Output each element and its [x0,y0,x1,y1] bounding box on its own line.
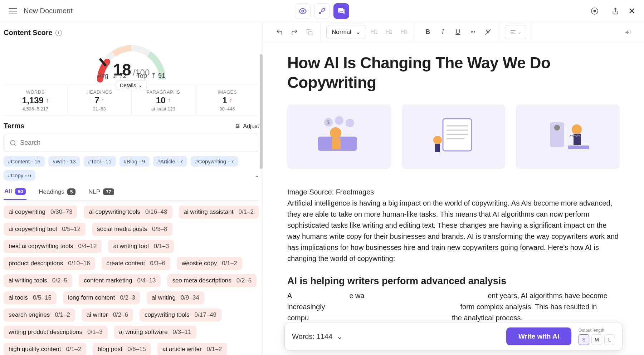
expand-tags-button[interactable]: ⌄ [254,172,259,179]
menu-toggle[interactable] [9,8,17,14]
quote-button[interactable] [466,25,480,39]
close-button[interactable]: ✕ [628,6,635,16]
svg-point-37 [572,124,582,134]
stat-words: WORDS 1,139↑ 4,536–5,217 [4,85,68,115]
term-pill[interactable]: ai tools0/5–15 [4,291,57,304]
hashtag[interactable]: #Content - 16 [4,156,45,167]
doc-heading[interactable]: How AI Is Changing The Way We Do Copywri… [287,53,620,92]
scrollbar-thumb[interactable] [260,54,263,169]
document-title[interactable]: New Document [24,7,73,15]
chat-button[interactable] [333,3,349,19]
term-pill[interactable]: ai writer0/2–6 [82,309,133,321]
copy-button[interactable] [302,25,317,39]
svg-rect-34 [435,144,440,152]
hashtag[interactable]: #Copy - 6 [4,170,35,181]
svg-rect-39 [568,146,589,149]
chevron-down-icon: ⌄ [138,82,143,88]
term-pill[interactable]: website copy0/1–2 [177,257,242,270]
write-with-ai-button[interactable]: Write with AI [506,327,571,345]
term-pill[interactable]: create content0/3–6 [102,257,170,270]
length-s-button[interactable]: S [579,334,589,345]
svg-point-26 [346,119,354,127]
term-pill[interactable]: best ai copywriting tools0/4–12 [4,240,102,253]
svg-point-2 [594,10,596,12]
svg-text:$: $ [327,120,330,125]
details-button[interactable]: Details ⌄ [116,80,147,90]
italic-button[interactable]: I [436,25,450,39]
term-pill[interactable]: ai copywriting tools0/16–48 [84,206,172,218]
collapse-button[interactable] [620,25,635,39]
term-pill[interactable]: social media posts0/3–8 [92,223,172,236]
avg-value: 72 [119,72,127,79]
record-button[interactable] [587,3,602,19]
term-pill[interactable]: writing product descriptions0/1–3 [4,326,108,339]
hashtag[interactable]: #Copywriting - 7 [191,156,238,167]
svg-point-12 [10,140,15,145]
tab-nlp[interactable]: NLP 77 [88,185,115,200]
terms-search[interactable] [4,134,259,152]
term-pill[interactable]: product descriptions0/10–16 [4,257,95,270]
underline-button[interactable]: U [451,25,465,39]
terms-search-input[interactable] [20,139,253,147]
share-button[interactable] [608,3,623,19]
term-pill[interactable]: ai writing tools0/2–5 [4,274,72,287]
hashtag[interactable]: #Tool - 11 [84,156,116,167]
image-source[interactable]: Image Source: FreeImages [287,187,620,198]
term-pill[interactable]: ai writing0/9–34 [147,291,204,304]
term-pill[interactable]: content marketing0/4–13 [79,274,161,287]
doc-paragraph-2[interactable]: A e wa ent years, AI algorithms have bec… [287,290,620,324]
svg-point-0 [302,10,304,12]
term-pill[interactable]: seo meta descriptions0/2–5 [167,274,257,287]
editor-body[interactable]: How AI Is Changing The Way We Do Copywri… [263,42,644,355]
preview-button[interactable] [295,3,311,19]
term-pill[interactable]: ai writing assistant0/1–2 [179,206,259,218]
svg-point-33 [433,136,442,144]
svg-point-36 [554,125,560,130]
term-pill[interactable]: ai copywriting0/30–73 [4,206,77,218]
svg-point-22 [330,127,341,139]
hashtag[interactable]: #Article - 7 [153,156,187,167]
word-count[interactable]: Words: 1144 ⌄ [292,332,343,341]
bold-button[interactable]: B [421,25,435,39]
h2-button[interactable]: H2 [382,25,396,39]
term-pill[interactable]: copywriting tools0/17–49 [140,309,221,321]
term-pill[interactable]: ai writing tool0/1–3 [108,240,174,253]
adjust-button[interactable]: Adjust [235,123,259,129]
length-l-button[interactable]: L [604,334,615,345]
term-pill[interactable]: high quality content0/1–2 [4,343,86,355]
style-select[interactable]: Normal ⌄ [326,25,366,39]
svg-point-9 [236,124,237,125]
hero-illustration: $ [287,104,620,169]
hashtag[interactable]: #Writ - 13 [48,156,80,167]
svg-point-11 [236,127,238,128]
info-icon[interactable]: i [55,30,62,36]
arrow-up-icon: ↑ [46,97,49,104]
redo-button[interactable] [287,25,302,39]
chevron-down-icon: ⌄ [337,332,343,341]
hashtag[interactable]: #Blog - 9 [119,156,150,167]
term-pill[interactable]: ai article writer0/1–2 [157,343,227,355]
content-score-title: Content Score [4,29,53,37]
h1-button[interactable]: H1 [367,25,381,39]
term-pill[interactable]: search engines0/1–2 [4,309,75,321]
undo-button[interactable] [272,25,287,39]
h3-button[interactable]: H3 [397,25,411,39]
search-icon [10,139,16,147]
term-pill[interactable]: long form content0/2–3 [63,291,140,304]
editor-panel: Normal ⌄ H1 H2 H3 B I U ⌄ How A [263,22,644,355]
doc-paragraph-1[interactable]: Artificial intelligence is having a big … [287,198,620,264]
rocket-button[interactable] [314,3,330,19]
editor-toolbar: Normal ⌄ H1 H2 H3 B I U ⌄ [263,22,644,42]
clear-format-button[interactable] [481,25,495,39]
tab-headings[interactable]: Headings 5 [38,185,76,200]
term-pill[interactable]: blog post0/6–15 [93,343,151,355]
term-pill[interactable]: ai copywriting tool0/5–12 [4,223,86,236]
svg-rect-14 [309,31,312,35]
ai-write-bar: Words: 1144 ⌄ Write with AI Output lengt… [284,322,623,351]
term-pill[interactable]: ai writing software0/3–11 [114,326,196,339]
length-m-button[interactable]: M [591,334,602,345]
align-button[interactable]: ⌄ [505,25,526,39]
stats-row: Details ⌄ WORDS 1,139↑ 4,536–5,217 HEADI… [4,85,259,115]
tab-all[interactable]: All 80 [4,185,26,200]
doc-subheading-1[interactable]: AI is helping writers perform advanced a… [287,276,620,287]
